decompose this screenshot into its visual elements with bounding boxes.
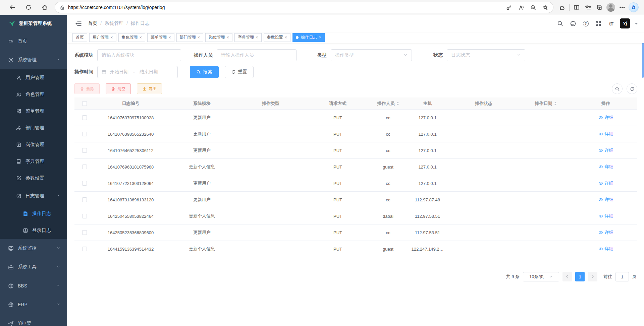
favorites-button[interactable]: [582, 2, 594, 13]
header-search-button[interactable]: [556, 19, 564, 27]
breadcrumb-system[interactable]: 系统管理: [105, 20, 123, 26]
export-button[interactable]: 导出: [137, 83, 162, 94]
close-icon[interactable]: ×: [110, 35, 113, 40]
type-select[interactable]: 操作类型: [331, 49, 412, 61]
detail-link[interactable]: 详细: [598, 147, 613, 153]
page-scrollbar-thumb[interactable]: [642, 39, 644, 78]
close-icon[interactable]: ×: [168, 35, 171, 40]
github-button[interactable]: [569, 19, 577, 27]
user-avatar[interactable]: Yj: [620, 18, 630, 28]
detail-link[interactable]: 详细: [598, 164, 613, 170]
breadcrumb-home[interactable]: 首页: [88, 20, 97, 26]
close-icon[interactable]: ×: [198, 35, 200, 40]
detail-link[interactable]: 详细: [598, 131, 613, 137]
tab-menu-mgmt[interactable]: 菜单管理×: [147, 33, 174, 42]
select-all-checkbox[interactable]: [82, 101, 87, 106]
status-select[interactable]: 日志状态: [447, 49, 525, 61]
sidebar-item-login-log[interactable]: 登录日志: [0, 222, 67, 239]
read-aloud-button[interactable]: [516, 2, 526, 13]
font-size-button[interactable]: tT: [607, 19, 615, 27]
sidebar-item-system-tools[interactable]: 系统工具: [0, 258, 67, 276]
col-date-sortable[interactable]: 操作日期: [517, 101, 574, 107]
sidebar-item-system-mgmt[interactable]: 系统管理: [0, 51, 67, 69]
sidebar-item-menu-mgmt[interactable]: 菜单管理: [0, 103, 67, 120]
close-icon[interactable]: ×: [319, 35, 321, 40]
tab-dict-mgmt[interactable]: 字典管理×: [234, 33, 262, 42]
fullscreen-button[interactable]: [594, 19, 602, 27]
operator-input[interactable]: 请输入操作人员: [217, 49, 297, 61]
sidebar-item-role-mgmt[interactable]: 角色管理: [0, 86, 67, 103]
url-bar[interactable]: https://ccnetcore.com:1101/system/log/op…: [55, 2, 553, 13]
sidebar-item-yi-framework[interactable]: Yi框架: [0, 314, 67, 326]
sidebar-item-param-settings[interactable]: 参数设置: [0, 170, 67, 187]
row-checkbox[interactable]: [82, 214, 87, 218]
sidebar-item-system-monitor[interactable]: 系统监控: [0, 239, 67, 258]
detail-link[interactable]: 详细: [598, 246, 613, 252]
url-text[interactable]: https://ccnetcore.com:1101/system/log/op…: [68, 5, 504, 10]
prev-page-button[interactable]: [562, 272, 572, 281]
sidebar-item-erp[interactable]: ERP: [0, 295, 67, 314]
zoom-out-button[interactable]: [528, 2, 538, 13]
row-checkbox[interactable]: [82, 115, 87, 120]
sidebar-item-dict-mgmt[interactable]: 字典管理: [0, 153, 67, 170]
refresh-table-button[interactable]: [627, 83, 637, 94]
detail-link[interactable]: 详细: [598, 180, 613, 186]
module-input[interactable]: 请输入系统模块: [97, 49, 181, 61]
show-search-button[interactable]: [612, 83, 623, 94]
tab-dept-mgmt[interactable]: 部门管理×: [176, 33, 204, 42]
help-button[interactable]: ?: [582, 19, 590, 27]
close-icon[interactable]: ×: [256, 35, 258, 40]
row-checkbox[interactable]: [82, 165, 87, 169]
sidebar-item-home[interactable]: 首页: [0, 32, 67, 51]
close-icon[interactable]: ×: [140, 35, 142, 40]
password-button[interactable]: [504, 2, 514, 13]
sort-carets-icon[interactable]: [396, 101, 399, 107]
search-button[interactable]: 搜索: [190, 66, 219, 78]
page-size-select[interactable]: 10条/页: [523, 272, 559, 281]
collections-button[interactable]: [594, 2, 605, 13]
row-checkbox[interactable]: [82, 132, 87, 136]
page-number-current[interactable]: 1: [575, 272, 585, 281]
tab-post-mgmt[interactable]: 岗位管理×: [205, 33, 232, 42]
row-checkbox[interactable]: [82, 148, 87, 153]
bing-chat-button[interactable]: b: [628, 2, 639, 13]
detail-link[interactable]: 详细: [598, 197, 613, 203]
delete-button[interactable]: 删除: [74, 83, 100, 94]
favorite-add-button[interactable]: [540, 2, 550, 13]
goto-page-input[interactable]: 1: [615, 272, 629, 281]
detail-link[interactable]: 详细: [598, 213, 613, 219]
close-icon[interactable]: ×: [285, 35, 287, 40]
detail-link[interactable]: 详细: [598, 230, 613, 236]
tab-param-settings[interactable]: 参数设置×: [264, 33, 291, 42]
sort-carets-icon[interactable]: [554, 101, 557, 107]
row-checkbox[interactable]: [82, 247, 87, 251]
clear-button[interactable]: 清空: [106, 83, 131, 94]
row-checkbox[interactable]: [82, 181, 87, 186]
col-operator-sortable[interactable]: 操作人员: [371, 101, 405, 107]
sidebar-item-dept-mgmt[interactable]: 部门管理: [0, 120, 67, 136]
next-page-button[interactable]: [588, 272, 597, 281]
close-icon[interactable]: ×: [226, 35, 229, 40]
split-screen-button[interactable]: [571, 2, 582, 13]
sidebar-item-bbs[interactable]: BBS: [0, 276, 67, 295]
profile-button[interactable]: [605, 2, 616, 13]
tab-home[interactable]: 首页: [72, 33, 87, 42]
row-checkbox[interactable]: [82, 230, 87, 235]
date-range-input[interactable]: 开始日期 - 结束日期: [97, 66, 178, 78]
app-logo[interactable]: 意框架管理系统: [0, 15, 67, 32]
sidebar-toggle-button[interactable]: [72, 18, 84, 29]
sidebar-item-post-mgmt[interactable]: 岗位管理: [0, 136, 67, 153]
detail-link[interactable]: 详细: [598, 115, 613, 121]
reset-button[interactable]: 重置: [225, 66, 254, 78]
sidebar-item-user-mgmt[interactable]: 用户管理: [0, 69, 67, 86]
tab-user-mgmt[interactable]: 用户管理×: [89, 33, 116, 42]
user-menu-caret-icon[interactable]: [635, 23, 638, 26]
back-button[interactable]: [7, 2, 18, 13]
browser-menu-button[interactable]: [616, 2, 628, 13]
tab-role-mgmt[interactable]: 角色管理×: [118, 33, 146, 42]
tab-oper-log[interactable]: 操作日志×: [292, 33, 325, 42]
row-checkbox[interactable]: [82, 197, 87, 202]
sidebar-item-log-mgmt[interactable]: 日志管理: [0, 187, 67, 205]
sidebar-item-oper-log[interactable]: 操作日志: [0, 205, 67, 222]
extensions-button[interactable]: [556, 2, 568, 13]
